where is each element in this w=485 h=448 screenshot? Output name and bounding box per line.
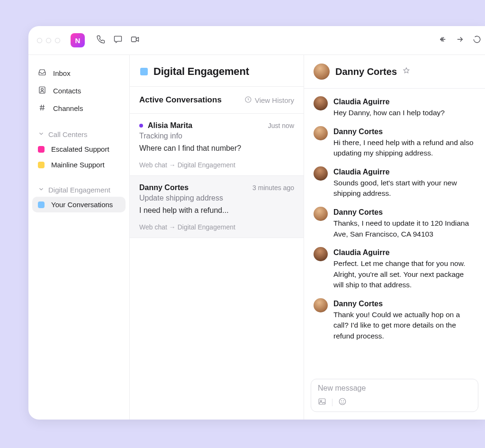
message-text: Perfect. Let me change that for you now.… — [333, 258, 476, 290]
message-input[interactable] — [318, 384, 471, 393]
message-sender: Claudia Aguirre — [333, 247, 476, 258]
hash-icon — [38, 103, 46, 113]
traffic-lights — [37, 38, 60, 43]
sidebar-item[interactable]: Escalated Support — [32, 141, 126, 157]
svg-point-7 — [341, 401, 341, 401]
conversation-path: Web chat → Digital Engagement — [139, 223, 294, 231]
app-logo-icon: N — [71, 33, 85, 47]
conversation-time: Just now — [268, 122, 294, 129]
sidebar-section-title: Call Centers — [48, 130, 88, 138]
message-sender: Claudia Aguirre — [333, 166, 476, 177]
clock-icon — [244, 96, 252, 105]
traffic-minimize-icon[interactable] — [46, 38, 51, 43]
message: Claudia AguirrePerfect. Let me change th… — [314, 247, 476, 291]
message-avatar — [314, 247, 328, 261]
message-avatar — [314, 298, 328, 312]
message-text: Hey Danny, how can I help today? — [333, 108, 445, 118]
svg-point-8 — [343, 401, 344, 401]
conversations-pane: Digital Engagement Active Conversations … — [130, 55, 304, 420]
conversation-name: Alisia Marita — [148, 121, 192, 130]
refresh-icon[interactable] — [473, 35, 476, 46]
chevron-down-icon — [38, 130, 45, 138]
page-swatch-icon — [140, 68, 148, 75]
svg-rect-4 — [319, 399, 325, 404]
sidebar-item[interactable]: Mainline Support — [32, 157, 126, 173]
message-text: Hi there, I need help with a refund and … — [333, 137, 476, 159]
composer — [311, 379, 478, 412]
video-icon[interactable] — [130, 35, 140, 46]
color-swatch-icon — [38, 146, 45, 153]
message-sender: Danny Cortes — [333, 207, 476, 218]
svg-rect-1 — [39, 87, 45, 93]
phone-icon[interactable] — [96, 35, 106, 46]
sidebar-item[interactable]: Your Conversations — [32, 197, 126, 212]
traffic-close-icon[interactable] — [37, 38, 42, 43]
message: Danny CortesHi there, I need help with a… — [314, 126, 476, 159]
sidebar-item-label: Mainline Support — [51, 161, 105, 169]
chat-avatar — [314, 64, 330, 80]
sidebar: Inbox Contacts Channels Call CentersEsca… — [28, 55, 130, 420]
sidebar-section-header[interactable]: Call Centers — [32, 128, 126, 141]
sidebar-item-label: Your Conversations — [51, 201, 113, 209]
sidebar-section-title: Digital Engagement — [48, 186, 110, 194]
svg-point-6 — [339, 398, 346, 405]
message-text: Thank you! Could we actually hop on a ca… — [333, 310, 476, 341]
view-history-button[interactable]: View History — [244, 96, 294, 105]
conversation-time: 3 minutes ago — [252, 184, 294, 192]
message-avatar — [314, 126, 328, 140]
conversation-name: Danny Cortes — [139, 183, 189, 192]
back-icon[interactable] — [439, 35, 447, 46]
message-sender: Danny Cortes — [333, 126, 476, 137]
message: Claudia AguirreSounds good, let's start … — [314, 166, 476, 199]
sidebar-item-label: Inbox — [53, 69, 71, 77]
conversation-subject: Tracking info — [139, 132, 294, 140]
sidebar-item-channels[interactable]: Channels — [32, 100, 126, 117]
message-text: Thanks, I need to update it to 120 India… — [333, 218, 476, 239]
message-text: Sounds good, let's start with your new s… — [333, 178, 476, 199]
chevron-down-icon — [38, 186, 45, 194]
sidebar-item-label: Channels — [53, 104, 83, 112]
chat-pane: Danny Cortes Claudia AguirreHey Danny, h… — [304, 55, 485, 420]
conversation-item[interactable]: Danny Cortes3 minutes agoUpdate shipping… — [130, 176, 304, 238]
star-icon[interactable] — [403, 67, 410, 76]
conversation-snippet: Where can I find that number? — [139, 144, 294, 153]
sidebar-item-label: Contacts — [53, 87, 81, 95]
page-header: Digital Engagement — [130, 55, 304, 87]
message-avatar — [314, 166, 328, 181]
traffic-zoom-icon[interactable] — [55, 38, 60, 43]
image-icon[interactable] — [318, 397, 326, 408]
messages-list: Claudia AguirreHey Danny, how can I help… — [304, 89, 485, 375]
view-history-label: View History — [255, 96, 294, 104]
inbox-icon — [38, 68, 46, 78]
forward-icon[interactable] — [456, 35, 464, 46]
contacts-icon — [38, 86, 46, 96]
sidebar-section-header[interactable]: Digital Engagement — [32, 183, 126, 197]
sidebar-item-contacts[interactable]: Contacts — [32, 82, 126, 100]
sidebar-item-inbox[interactable]: Inbox — [32, 64, 126, 82]
sidebar-item-label: Escalated Support — [51, 145, 109, 153]
message-avatar — [314, 96, 328, 110]
divider — [332, 399, 332, 406]
emoji-icon[interactable] — [338, 397, 347, 408]
message-avatar — [314, 207, 328, 221]
conversation-item[interactable]: Alisia MaritaJust nowTracking infoWhere … — [130, 114, 304, 176]
conversation-subject: Update shipping address — [139, 194, 294, 202]
conversation-snippet: I need help with a refund... — [139, 206, 294, 215]
svg-rect-0 — [132, 37, 136, 42]
message: Claudia AguirreHey Danny, how can I help… — [314, 96, 476, 119]
app-window: N Inbox Contacts Channels — [28, 26, 485, 420]
chat-contact-name: Danny Cortes — [335, 66, 397, 77]
message: Danny CortesThanks, I need to update it … — [314, 207, 476, 239]
color-swatch-icon — [38, 201, 45, 208]
page-title: Digital Engagement — [153, 65, 249, 78]
chat-header: Danny Cortes — [304, 55, 485, 89]
titlebar: N — [28, 26, 485, 55]
message-sender: Claudia Aguirre — [333, 96, 445, 107]
active-conversations-title: Active Conversations — [139, 95, 222, 105]
unread-dot-icon — [139, 124, 143, 128]
message-sender: Danny Cortes — [333, 298, 476, 309]
conversations-list-header: Active Conversations View History — [130, 87, 304, 114]
color-swatch-icon — [38, 162, 45, 168]
conversation-path: Web chat → Digital Engagement — [139, 161, 294, 169]
message-icon[interactable] — [113, 35, 123, 46]
